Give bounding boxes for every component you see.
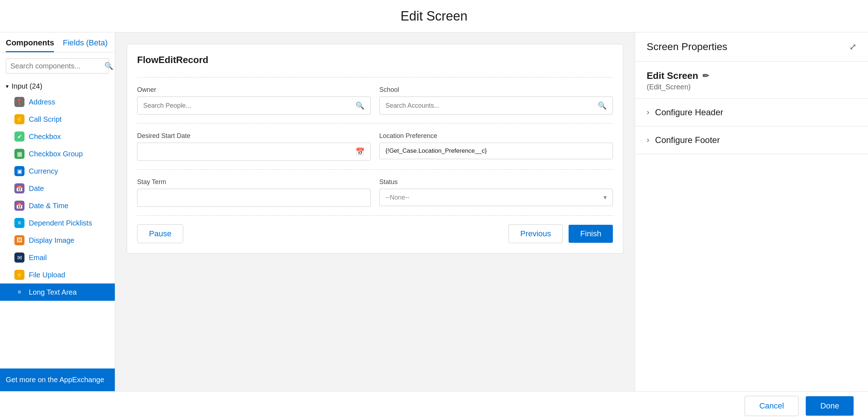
form-group-school: School 🔍 — [379, 86, 613, 115]
address-icon: 📍 — [14, 97, 24, 107]
component-label-display-image: Display Image — [29, 236, 74, 245]
component-label-date-time: Date & Time — [29, 202, 68, 210]
date-field[interactable] — [143, 148, 356, 156]
label-location: Location Preference — [379, 132, 613, 140]
component-label-checkbox-group: Checkbox Group — [29, 150, 83, 158]
nav-buttons: Previous Finish — [508, 224, 613, 243]
list-item[interactable]: ▣ Currency — [0, 162, 115, 180]
component-label-date: Date — [29, 184, 44, 193]
list-item-long-text[interactable]: ≡ Long Text Area — [0, 283, 115, 301]
label-school: School — [379, 86, 613, 94]
call-script-icon: ⚡ — [14, 114, 24, 124]
file-upload-icon: ⚡ — [14, 270, 24, 280]
status-placeholder: --None-- — [385, 194, 410, 201]
currency-icon: ▣ — [14, 166, 24, 176]
form-buttons: Pause Previous Finish — [137, 215, 613, 243]
chevron-down-icon: ▾ — [6, 83, 9, 90]
label-status: Status — [379, 178, 613, 186]
form-section-3: Stay Term Status --None-- ▾ — [137, 169, 613, 215]
owner-search-input[interactable]: 🔍 — [137, 97, 371, 115]
stay-term-input[interactable] — [137, 189, 371, 207]
tab-fields[interactable]: Fields (Beta) — [63, 38, 108, 52]
flow-edit-record-card: FlowEditRecord Owner 🔍 School — [127, 44, 623, 254]
list-item[interactable]: 📍 Address — [0, 93, 115, 111]
tab-components[interactable]: Components — [6, 38, 54, 52]
list-item[interactable]: 📅 Date — [0, 180, 115, 197]
long-text-area-icon: ≡ — [14, 287, 24, 297]
top-bar: Edit Screen — [0, 0, 868, 32]
form-group-location: Location Preference {!Get_Case.Location_… — [379, 132, 613, 161]
form-group-stay-term: Stay Term — [137, 178, 371, 207]
screen-name-text: Edit Screen — [647, 70, 698, 81]
checkbox-icon: ✔ — [14, 131, 24, 142]
configure-footer-label: Configure Footer — [655, 135, 720, 145]
form-group-start-date: Desired Start Date 📅 — [137, 132, 371, 161]
date-icon: 📅 — [14, 183, 24, 193]
email-icon: ✉ — [14, 253, 24, 263]
checkbox-group-icon: ▦ — [14, 149, 24, 159]
bottom-bar: Cancel Done — [0, 391, 868, 420]
sidebar-tabs: Components Fields (Beta) — [0, 32, 115, 53]
list-item[interactable]: ⚡ File Upload — [0, 266, 115, 283]
configure-footer-section: › Configure Footer — [635, 126, 868, 154]
appexchange-label: Get more on the AppExchange — [6, 376, 104, 384]
finish-button[interactable]: Finish — [569, 225, 613, 243]
form-group-status: Status --None-- ▾ — [379, 178, 613, 207]
component-label-dependent-picklists: Dependent Picklists — [29, 219, 92, 227]
screen-properties-title: Screen Properties — [647, 41, 727, 53]
page-title: Edit Screen — [401, 9, 467, 24]
owner-input[interactable] — [143, 102, 356, 110]
search-icon: 🔍 — [356, 101, 365, 110]
search-icon: 🔍 — [104, 62, 113, 70]
component-label-call-script: Call Script — [29, 115, 62, 124]
component-label-currency: Currency — [29, 167, 58, 175]
form-row-1: Owner 🔍 School 🔍 — [137, 86, 613, 115]
right-panel: Screen Properties ⤢ Edit Screen ✏ (Edit_… — [635, 32, 868, 391]
screen-name-row: Edit Screen ✏ — [647, 70, 856, 81]
component-label-email: Email — [29, 254, 47, 262]
list-item[interactable]: ≡ Dependent Picklists — [0, 214, 115, 232]
component-label-address: Address — [29, 98, 55, 106]
edit-pencil-icon[interactable]: ✏ — [702, 71, 709, 81]
status-select[interactable]: --None-- ▾ — [379, 189, 613, 206]
location-value: {!Get_Case.Location_Preference__c} — [385, 147, 487, 155]
category-header[interactable]: ▾ Input (24) — [0, 79, 115, 93]
appexchange-banner[interactable]: Get more on the AppExchange — [0, 368, 115, 391]
display-image-icon: 🖼 — [14, 235, 24, 245]
calendar-icon: 📅 — [356, 147, 365, 156]
category-label: Input (24) — [12, 82, 42, 90]
list-item[interactable]: 🖼 Display Image — [0, 232, 115, 249]
list-item[interactable]: ⚡ Call Script — [0, 111, 115, 128]
component-label-checkbox: Checkbox — [29, 133, 61, 141]
component-list: 📍 Address ⚡ Call Script ✔ Checkbox ▦ Che… — [0, 93, 115, 368]
start-date-input[interactable]: 📅 — [137, 143, 371, 161]
pause-button[interactable]: Pause — [137, 224, 183, 243]
label-start-date: Desired Start Date — [137, 132, 371, 140]
configure-header-row[interactable]: › Configure Header — [635, 99, 868, 126]
search-input[interactable] — [10, 62, 101, 70]
previous-button[interactable]: Previous — [508, 224, 563, 243]
list-item[interactable]: ✔ Checkbox — [0, 128, 115, 145]
location-input[interactable]: {!Get_Case.Location_Preference__c} — [379, 143, 613, 159]
form-group-owner: Owner 🔍 — [137, 86, 371, 115]
configure-header-section: › Configure Header — [635, 99, 868, 126]
search-icon: 🔍 — [598, 101, 607, 110]
list-item[interactable]: 📅 Date & Time — [0, 197, 115, 214]
chevron-right-icon: › — [647, 108, 649, 117]
list-item[interactable]: ✉ Email — [0, 249, 115, 266]
expand-icon[interactable]: ⤢ — [849, 42, 856, 52]
school-input[interactable] — [385, 102, 598, 110]
label-stay-term: Stay Term — [137, 178, 371, 186]
done-button[interactable]: Done — [806, 396, 854, 416]
screen-api-name: (Edit_Screen) — [647, 83, 856, 91]
date-time-icon: 📅 — [14, 201, 24, 211]
chevron-right-icon: › — [647, 135, 649, 145]
left-sidebar: Components Fields (Beta) 🔍 ▾ Input (24) … — [0, 32, 115, 391]
main-layout: Components Fields (Beta) 🔍 ▾ Input (24) … — [0, 32, 868, 391]
list-item[interactable]: ▦ Checkbox Group — [0, 145, 115, 162]
form-row-3: Stay Term Status --None-- ▾ — [137, 178, 613, 207]
cancel-button[interactable]: Cancel — [745, 396, 799, 416]
configure-footer-row[interactable]: › Configure Footer — [635, 126, 868, 154]
search-box: 🔍 — [6, 58, 109, 73]
school-search-input[interactable]: 🔍 — [379, 97, 613, 115]
